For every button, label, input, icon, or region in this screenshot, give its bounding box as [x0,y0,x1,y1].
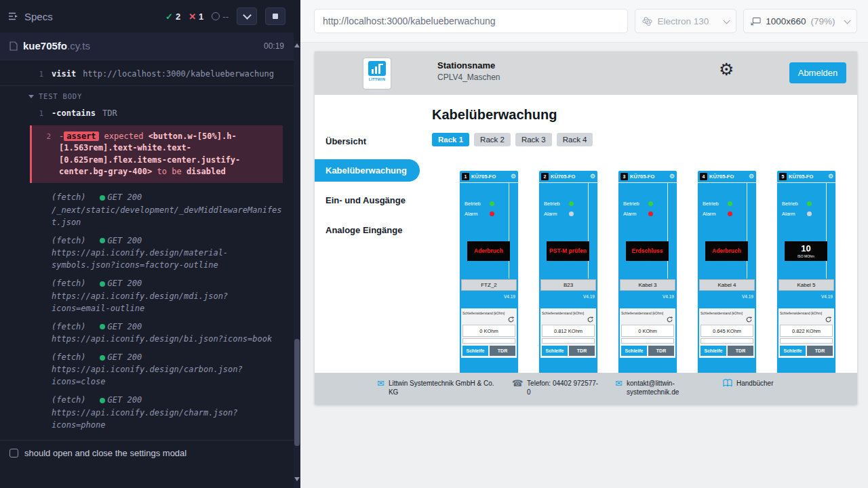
fetch-log-row[interactable]: (fetch)GET 200 /_next/static/development… [0,188,294,231]
tab-rack-4[interactable]: Rack 4 [557,133,593,146]
contains-command-row[interactable]: 1 -containsTDR [0,105,294,122]
schleife-button[interactable]: Schleife [780,346,806,356]
betrieb-label: Betrieb [623,201,639,207]
schleife-button[interactable]: Schleife [542,346,568,356]
cable-name-field[interactable]: Kabel 3 [620,279,675,291]
alarm-label: Alarm [703,211,716,217]
log-divider [0,85,294,86]
scrollbar-thumb[interactable] [294,339,300,446]
browser-selector[interactable]: Electron 130 [635,9,736,33]
alarm-label: Alarm [623,211,637,217]
alarm-status-dot [648,211,653,216]
stop-tests-button[interactable] [265,7,285,25]
tdr-button[interactable]: TDR [648,346,674,356]
assert-failed-command-row[interactable]: 2 -assertexpected <button.w-[50%].h-[1.5… [30,125,283,184]
tdr-button[interactable]: TDR [807,346,833,356]
cable-name-field[interactable]: Kabel 4 [699,279,755,291]
viewport-icon [751,17,761,26]
command-number: 1 [27,108,43,119]
manuals-link[interactable]: Handbücher [736,379,773,388]
fetch-status: GET 200 [108,321,142,333]
viewport-selector[interactable]: 1000x660 (79%) [743,9,857,33]
fetch-tag: (fetch) [52,394,86,406]
app-under-test: LITTWIN Stationsname CPLV4_Maschen ⚙ Abm… [315,52,857,405]
device-number-badge: 2 [541,173,549,180]
device-card-3: 3 KÜ705-FO ⚙ Betrieb Alarm Erdschluss Ka… [618,171,677,381]
betrieb-label: Betrieb [703,201,719,207]
browser-pane: Electron 130 1000x660 (79%) [300,0,868,488]
betrieb-status-dot [490,201,494,206]
refresh-icon[interactable] [587,316,594,323]
test-body-section-header[interactable]: TEST BODY [0,87,294,105]
specs-menu-icon[interactable] [8,12,19,21]
next-test-row[interactable]: should open and close the settings modal [0,440,294,465]
scroll-up-arrow-icon[interactable] [294,43,300,47]
fetch-log-row[interactable]: (fetch)GET 200 https://api.iconify.desig… [0,318,294,348]
scroll-down-arrow-icon[interactable] [294,477,300,481]
tdr-button[interactable]: TDR [728,346,753,356]
tdr-button[interactable]: TDR [569,346,595,356]
nav-item-uebersicht[interactable]: Übersicht [315,126,420,156]
fetch-log-row[interactable]: (fetch)GET 200 https://api.iconify.desig… [0,348,294,391]
device-gear-icon[interactable]: ⚙ [669,174,675,180]
assert-message: -assertexpected <button.w-[50%].h-[1.563… [59,131,276,178]
tab-rack-2[interactable]: Rack 2 [474,133,511,146]
fetch-log-row[interactable]: (fetch)GET 200 https://api.iconify.desig… [0,232,294,274]
firmware-version-label: V4.19 [821,294,833,299]
fetch-url: https://api.iconify.design/material-symb… [52,247,284,271]
status-text: PST-M prüfen [549,248,587,255]
visit-command-row[interactable]: 1 visithttp://localhost:3000/kabelueberw… [0,66,294,83]
device-gear-icon[interactable]: ⚙ [511,174,516,180]
phone-icon: ☎ [512,379,523,388]
cable-name-field[interactable]: FTZ_2 [461,279,517,291]
pending-circle-icon [212,12,220,20]
betrieb-status-dot [807,201,812,206]
refresh-icon[interactable] [825,316,832,323]
chevron-down-icon [28,95,34,98]
nav-item-ein-und-ausgaenge[interactable]: Ein- und Ausgänge [315,185,420,215]
footer-manuals[interactable]: Handbücher [723,379,773,388]
reporter-scrollbar[interactable] [294,0,300,488]
fetch-url: https://api.iconify.design/bi.json?icons… [52,333,284,345]
schleife-button[interactable]: Schleife [701,346,726,356]
cable-name-field[interactable]: B23 [540,279,596,291]
tab-rack-3[interactable]: Rack 3 [515,133,552,146]
refresh-icon[interactable] [507,316,515,323]
page-title: Kabelüberwachung [432,107,857,123]
tab-rack-1[interactable]: Rack 1 [432,133,469,146]
settings-gear-icon[interactable]: ⚙ [719,61,734,78]
nav-item-analoge-eingaenge[interactable]: Analoge Eingänge [315,215,420,245]
phone-number[interactable]: Telefon: 04402 972577-0 [527,379,600,396]
nav-item-kabelueberwachung[interactable]: Kabelüberwachung [315,159,420,182]
refresh-icon[interactable] [666,316,673,323]
card-divider-line [509,183,509,279]
spec-file-row[interactable]: kue705fo.cy.ts 00:19 [0,33,294,60]
url-input[interactable] [314,9,628,33]
device-gear-icon[interactable]: ⚙ [749,174,754,180]
schleife-button[interactable]: Schleife [462,346,488,356]
resistance-value: 0 KOhm [621,325,674,337]
cable-name-field[interactable]: Kabel 5 [778,279,834,291]
device-gear-icon[interactable]: ⚙ [590,174,595,180]
email-address[interactable]: kontakt@littwin-systemtechnik.de [627,379,708,396]
footer-phone: ☎ Telefon: 04402 972577-0 [512,379,600,396]
fetch-log-row[interactable]: (fetch)GET 200 https://api.iconify.desig… [0,391,294,434]
collapse-panel-button[interactable] [237,7,257,25]
status-ok-dot [100,324,105,329]
firmware-version-label: V4.19 [583,294,595,299]
schleife-button[interactable]: Schleife [621,346,647,356]
mail-icon: ✉ [615,379,623,388]
alarm-status-dot [490,211,494,216]
tdr-button[interactable]: TDR [490,346,515,356]
refresh-icon[interactable] [745,316,753,323]
specs-label[interactable]: Specs [24,11,53,22]
pending-count: -- [222,12,229,22]
fetch-log-row[interactable]: (fetch)GET 200 https://api.iconify.desig… [0,274,294,317]
logout-button[interactable]: Abmelden [789,62,846,83]
command-arg: TDR [102,108,117,118]
device-gear-icon[interactable]: ⚙ [828,174,833,180]
station-name: CPLV4_Maschen [437,73,500,82]
device-card-4: 4 KÜ705-FO ⚙ Betrieb Alarm Aderbruch Kab… [698,171,756,381]
fetch-status: GET 200 [108,352,142,363]
reporter-bottom-space [0,465,294,488]
